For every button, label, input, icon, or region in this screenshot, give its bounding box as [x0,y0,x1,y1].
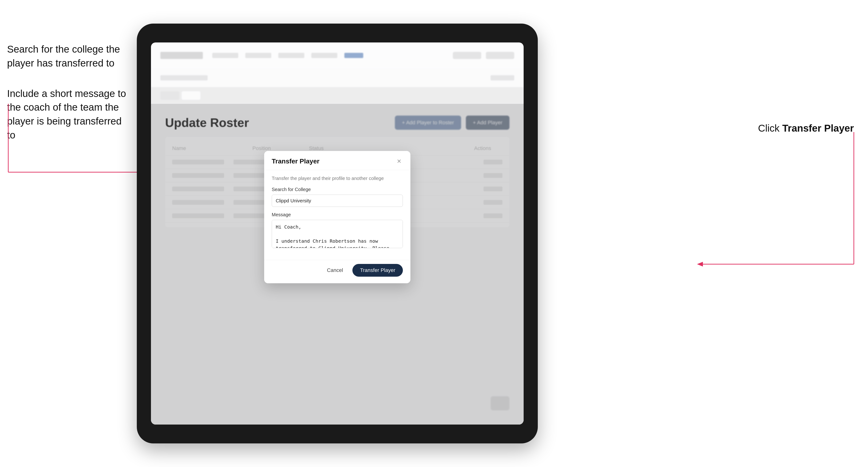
modal-body: Transfer the player and their profile to… [264,170,410,260]
transfer-player-button[interactable]: Transfer Player [352,264,403,277]
search-college-label: Search for College [272,187,403,192]
nav-matches [278,53,304,58]
svg-marker-5 [697,262,703,267]
search-college-input[interactable] [272,195,403,207]
nav-active [344,53,363,58]
modal-overlay: Transfer Player ✕ Transfer the player an… [151,104,524,425]
message-group: Message Hi Coach, I understand Chris Rob… [272,212,403,249]
sub-header [151,68,524,87]
modal-footer: Cancel Transfer Player [264,260,410,283]
message-textarea[interactable]: Hi Coach, I understand Chris Robertson h… [272,220,403,248]
message-label: Message [272,212,403,217]
tablet-screen: Update Roster + Add Player to Roster + A… [151,42,524,425]
modal-title: Transfer Player [272,158,319,165]
app-logo [160,52,203,59]
tab-edit [160,91,179,100]
search-college-group: Search for College [272,187,403,207]
nav-manage-btn [453,52,481,59]
nav-right [453,52,514,59]
tab-roster [182,91,200,100]
modal-description: Transfer the player and their profile to… [272,176,403,181]
nav-help-btn [486,52,514,59]
left-arrow [6,104,152,184]
cancel-button[interactable]: Cancel [322,264,348,276]
nav-items [212,53,443,58]
tablet-frame: Update Roster + Add Player to Roster + A… [137,24,538,443]
annotation-search-text: Search for the college the player has tr… [7,42,130,70]
nav-tools [245,53,271,58]
transfer-player-modal: Transfer Player ✕ Transfer the player an… [264,151,410,283]
main-content: Update Roster + Add Player to Roster + A… [151,104,524,425]
close-icon[interactable]: ✕ [395,158,403,165]
nav-community [212,53,238,58]
breadcrumb [160,75,208,81]
order-action [491,75,514,81]
tabs-row [151,87,524,104]
modal-header: Transfer Player ✕ [264,151,410,170]
right-arrow [690,132,855,274]
nav-moreinfo [311,53,337,58]
app-header [151,42,524,68]
